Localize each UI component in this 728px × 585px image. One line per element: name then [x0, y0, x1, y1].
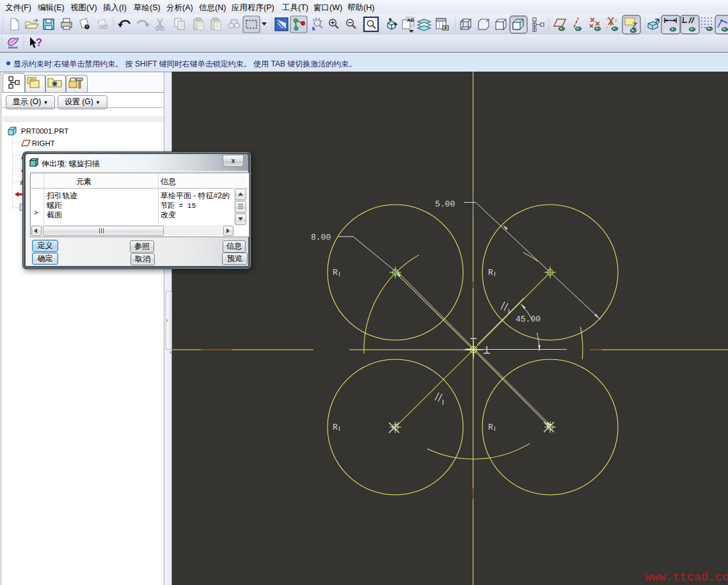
svg-text:AB: AB: [407, 17, 415, 23]
svg-text:R: R: [488, 268, 493, 277]
svg-text:z: z: [606, 25, 608, 29]
svg-text:5.00: 5.00: [435, 199, 455, 209]
svg-text:R: R: [333, 268, 338, 277]
svg-text:y: y: [606, 17, 608, 20]
svg-text:45.00: 45.00: [516, 315, 541, 324]
svg-text:8.00: 8.00: [311, 233, 331, 242]
svg-text:R: R: [488, 423, 493, 432]
svg-text:?: ?: [36, 37, 42, 48]
svg-text:R: R: [333, 423, 338, 432]
